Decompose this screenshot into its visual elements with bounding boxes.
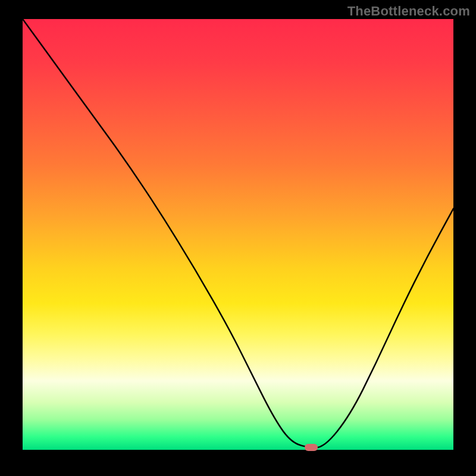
curve-path <box>23 19 453 447</box>
optimum-marker <box>305 444 318 451</box>
watermark-text: TheBottleneck.com <box>347 4 470 19</box>
bottleneck-curve <box>23 19 453 450</box>
chart-frame: TheBottleneck.com <box>0 0 476 476</box>
plot-area <box>23 19 453 450</box>
